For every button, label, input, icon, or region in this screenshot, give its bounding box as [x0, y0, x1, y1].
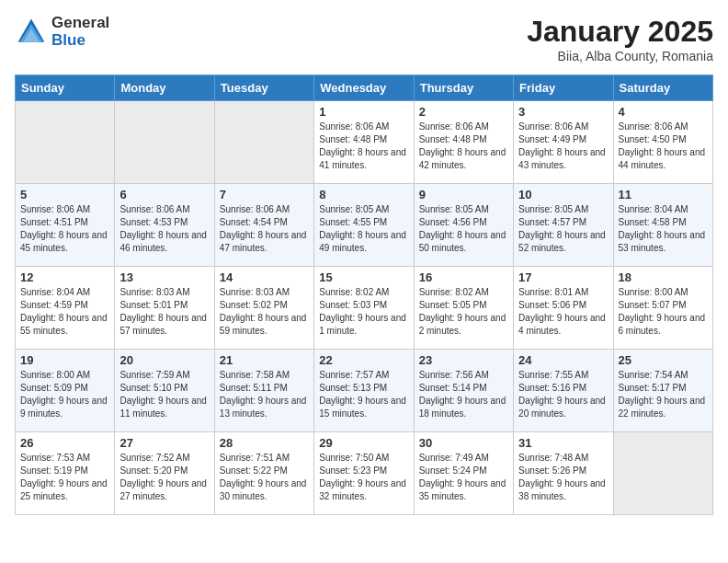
day-cell-5: 5Sunrise: 8:06 AM Sunset: 4:51 PM Daylig… — [16, 184, 115, 267]
day-number: 18 — [619, 270, 708, 284]
day-info: Sunrise: 8:05 AM Sunset: 4:55 PM Dayligh… — [319, 203, 408, 255]
day-info: Sunrise: 8:03 AM Sunset: 5:01 PM Dayligh… — [119, 286, 209, 338]
day-cell-15: 15Sunrise: 8:02 AM Sunset: 5:03 PM Dayli… — [314, 267, 414, 350]
day-cell-20: 20Sunrise: 7:59 AM Sunset: 5:10 PM Dayli… — [115, 350, 214, 432]
day-number: 16 — [419, 270, 508, 284]
day-cell-24: 24Sunrise: 7:55 AM Sunset: 5:16 PM Dayli… — [514, 350, 613, 432]
day-number: 19 — [20, 353, 109, 367]
title-block: January 2025 Biia, Alba County, Romania — [527, 15, 713, 63]
day-info: Sunrise: 8:01 AM Sunset: 5:06 PM Dayligh… — [518, 286, 608, 338]
day-info: Sunrise: 7:57 AM Sunset: 5:13 PM Dayligh… — [319, 369, 408, 420]
day-info: Sunrise: 8:05 AM Sunset: 4:56 PM Dayligh… — [419, 203, 508, 255]
day-cell-11: 11Sunrise: 8:04 AM Sunset: 4:58 PM Dayli… — [613, 184, 712, 267]
day-cell-31: 31Sunrise: 7:48 AM Sunset: 5:26 PM Dayli… — [514, 432, 613, 515]
day-cell-1: 1Sunrise: 8:06 AM Sunset: 4:48 PM Daylig… — [314, 101, 414, 184]
day-number: 14 — [220, 270, 309, 284]
calendar-subtitle: Biia, Alba County, Romania — [527, 49, 713, 63]
day-cell-2: 2Sunrise: 8:06 AM Sunset: 4:48 PM Daylig… — [414, 101, 513, 184]
day-headers-row: SundayMondayTuesdayWednesdayThursdayFrid… — [16, 75, 713, 101]
day-number: 23 — [419, 353, 508, 367]
day-cell-29: 29Sunrise: 7:50 AM Sunset: 5:23 PM Dayli… — [314, 432, 414, 515]
calendar-table: SundayMondayTuesdayWednesdayThursdayFrid… — [15, 75, 713, 515]
day-info: Sunrise: 7:59 AM Sunset: 5:10 PM Dayligh… — [119, 369, 209, 420]
week-row-3: 12Sunrise: 8:04 AM Sunset: 4:59 PM Dayli… — [16, 267, 713, 350]
day-number: 15 — [319, 270, 408, 284]
logo-general: General — [51, 15, 109, 32]
day-number: 1 — [319, 105, 408, 119]
day-number: 7 — [220, 188, 309, 201]
day-info: Sunrise: 7:48 AM Sunset: 5:26 PM Dayligh… — [518, 452, 608, 503]
day-info: Sunrise: 7:50 AM Sunset: 5:23 PM Dayligh… — [319, 452, 408, 503]
day-info: Sunrise: 8:00 AM Sunset: 5:09 PM Dayligh… — [20, 369, 109, 420]
day-info: Sunrise: 8:04 AM Sunset: 4:59 PM Dayligh… — [20, 286, 109, 338]
day-info: Sunrise: 8:06 AM Sunset: 4:48 PM Dayligh… — [319, 121, 408, 172]
day-number: 9 — [419, 188, 508, 201]
day-number: 22 — [319, 353, 408, 367]
calendar-title: January 2025 — [527, 15, 713, 49]
day-number: 12 — [20, 270, 109, 284]
day-cell-21: 21Sunrise: 7:58 AM Sunset: 5:11 PM Dayli… — [214, 350, 313, 432]
day-info: Sunrise: 8:06 AM Sunset: 4:54 PM Dayligh… — [220, 203, 309, 255]
day-number: 6 — [119, 188, 209, 201]
day-header-monday: Monday — [115, 75, 214, 101]
day-info: Sunrise: 7:54 AM Sunset: 5:17 PM Dayligh… — [619, 369, 708, 420]
day-number: 30 — [419, 436, 508, 450]
day-header-friday: Friday — [514, 75, 613, 101]
day-info: Sunrise: 8:06 AM Sunset: 4:51 PM Dayligh… — [20, 203, 109, 255]
day-info: Sunrise: 8:02 AM Sunset: 5:05 PM Dayligh… — [419, 286, 508, 338]
day-number: 5 — [20, 188, 109, 201]
day-info: Sunrise: 7:56 AM Sunset: 5:14 PM Dayligh… — [419, 369, 508, 420]
day-number: 25 — [619, 353, 708, 367]
day-cell-3: 3Sunrise: 8:06 AM Sunset: 4:49 PM Daylig… — [514, 101, 613, 184]
day-info: Sunrise: 8:00 AM Sunset: 5:07 PM Dayligh… — [619, 286, 708, 338]
day-info: Sunrise: 7:51 AM Sunset: 5:22 PM Dayligh… — [220, 452, 309, 503]
day-info: Sunrise: 8:06 AM Sunset: 4:49 PM Dayligh… — [518, 121, 608, 172]
day-cell-28: 28Sunrise: 7:51 AM Sunset: 5:22 PM Dayli… — [214, 432, 313, 515]
day-number: 29 — [319, 436, 408, 450]
day-number: 11 — [619, 188, 708, 201]
day-number: 13 — [119, 270, 209, 284]
day-info: Sunrise: 8:03 AM Sunset: 5:02 PM Dayligh… — [220, 286, 309, 338]
day-number: 27 — [119, 436, 209, 450]
day-cell-4: 4Sunrise: 8:06 AM Sunset: 4:50 PM Daylig… — [613, 101, 712, 184]
empty-cell — [16, 101, 115, 184]
day-cell-26: 26Sunrise: 7:53 AM Sunset: 5:19 PM Dayli… — [16, 432, 115, 515]
day-cell-13: 13Sunrise: 8:03 AM Sunset: 5:01 PM Dayli… — [115, 267, 214, 350]
day-cell-16: 16Sunrise: 8:02 AM Sunset: 5:05 PM Dayli… — [414, 267, 513, 350]
day-cell-8: 8Sunrise: 8:05 AM Sunset: 4:55 PM Daylig… — [314, 184, 414, 267]
day-number: 26 — [20, 436, 109, 450]
day-header-sunday: Sunday — [16, 75, 115, 101]
day-info: Sunrise: 7:53 AM Sunset: 5:19 PM Dayligh… — [20, 452, 109, 503]
day-number: 28 — [220, 436, 309, 450]
day-cell-17: 17Sunrise: 8:01 AM Sunset: 5:06 PM Dayli… — [514, 267, 613, 350]
day-number: 21 — [220, 353, 309, 367]
day-cell-6: 6Sunrise: 8:06 AM Sunset: 4:53 PM Daylig… — [115, 184, 214, 267]
day-number: 8 — [319, 188, 408, 201]
day-number: 4 — [619, 105, 708, 119]
day-info: Sunrise: 8:06 AM Sunset: 4:53 PM Dayligh… — [119, 203, 209, 255]
logo-blue: Blue — [51, 32, 109, 50]
day-number: 31 — [518, 436, 608, 450]
day-number: 3 — [518, 105, 608, 119]
day-info: Sunrise: 8:04 AM Sunset: 4:58 PM Dayligh… — [619, 203, 708, 255]
empty-cell — [214, 101, 313, 184]
day-info: Sunrise: 7:58 AM Sunset: 5:11 PM Dayligh… — [220, 369, 309, 420]
day-info: Sunrise: 8:05 AM Sunset: 4:57 PM Dayligh… — [518, 203, 608, 255]
day-number: 20 — [119, 353, 209, 367]
empty-cell — [613, 432, 712, 515]
day-cell-10: 10Sunrise: 8:05 AM Sunset: 4:57 PM Dayli… — [514, 184, 613, 267]
day-header-tuesday: Tuesday — [214, 75, 313, 101]
day-cell-25: 25Sunrise: 7:54 AM Sunset: 5:17 PM Dayli… — [613, 350, 712, 432]
day-info: Sunrise: 8:06 AM Sunset: 4:50 PM Dayligh… — [619, 121, 708, 172]
logo: General Blue — [15, 15, 109, 49]
day-cell-14: 14Sunrise: 8:03 AM Sunset: 5:02 PM Dayli… — [214, 267, 313, 350]
page-header: General Blue January 2025 Biia, Alba Cou… — [15, 15, 713, 63]
day-number: 2 — [419, 105, 508, 119]
day-cell-7: 7Sunrise: 8:06 AM Sunset: 4:54 PM Daylig… — [214, 184, 313, 267]
day-header-thursday: Thursday — [414, 75, 513, 101]
day-cell-19: 19Sunrise: 8:00 AM Sunset: 5:09 PM Dayli… — [16, 350, 115, 432]
day-cell-9: 9Sunrise: 8:05 AM Sunset: 4:56 PM Daylig… — [414, 184, 513, 267]
day-number: 10 — [518, 188, 608, 201]
week-row-5: 26Sunrise: 7:53 AM Sunset: 5:19 PM Dayli… — [16, 432, 713, 515]
day-header-saturday: Saturday — [613, 75, 712, 101]
